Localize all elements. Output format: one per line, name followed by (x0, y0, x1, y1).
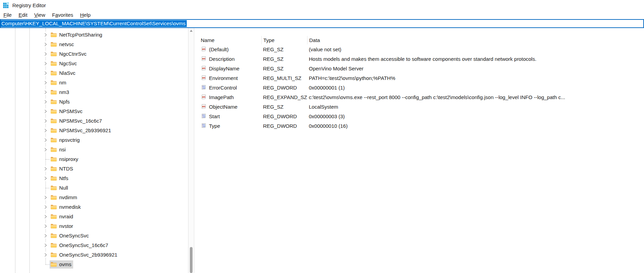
chevron-right-icon[interactable] (42, 147, 49, 153)
chevron-right-icon[interactable] (42, 118, 49, 124)
tree-item-body[interactable]: NPSMSvc (50, 107, 84, 115)
tree-item-body[interactable]: OneSyncSvc_2b9396921 (50, 251, 119, 259)
menu-item-favorites[interactable]: Favorites (49, 11, 77, 18)
chevron-right-icon[interactable] (42, 261, 49, 268)
tree-item-NTDS[interactable]: NTDS (0, 164, 188, 174)
column-header-data[interactable]: Data (307, 36, 644, 44)
chevron-right-icon[interactable] (42, 214, 49, 220)
main-split-view: NetTcpPortSharing netvsc (0, 28, 644, 273)
tree-item-body[interactable]: nvstor (50, 222, 75, 230)
registry-value-row[interactable]: ab 011 110 Type REG_DWORD 0x00000010 (16… (196, 121, 644, 131)
tree-item-body[interactable]: npsvctrig (50, 136, 81, 144)
tree-item-body[interactable]: nvraid (50, 213, 75, 221)
chevron-right-icon[interactable] (42, 242, 49, 248)
chevron-right-icon[interactable] (42, 108, 49, 114)
tree-item-body[interactable]: nvmedisk (50, 203, 82, 211)
tree-item-nsiproxy[interactable]: nsiproxy (0, 154, 188, 164)
menu-item-help[interactable]: Help (77, 11, 94, 18)
chevron-right-icon[interactable] (42, 127, 49, 134)
tree-item-body[interactable]: OneSyncSvc_16c6c7 (50, 241, 110, 249)
chevron-right-icon[interactable] (42, 70, 49, 76)
chevron-right-icon[interactable] (42, 32, 49, 38)
tree-item-nsi[interactable]: nsi (0, 145, 188, 154)
tree-item-ovms[interactable]: ovms (0, 260, 188, 269)
tree-item-body[interactable]: netvsc (50, 40, 76, 49)
tree-item-Ntfs[interactable]: Ntfs (0, 174, 188, 183)
tree-item-body[interactable]: NetTcpPortSharing (50, 31, 104, 39)
chevron-right-icon[interactable] (42, 156, 49, 162)
tree-item-nvstor[interactable]: nvstor (0, 221, 188, 231)
chevron-right-icon[interactable] (42, 233, 49, 239)
tree-item-nvraid[interactable]: nvraid (0, 212, 188, 221)
tree-scrollbar-thumb[interactable] (190, 247, 193, 273)
value-name: Description (209, 56, 235, 62)
tree-item-NPSMSvc_2b9396921[interactable]: NPSMSvc_2b9396921 (0, 126, 188, 135)
tree-item-NPSMSvc_16c6c7[interactable]: NPSMSvc_16c6c7 (0, 116, 188, 126)
chevron-right-icon[interactable] (42, 51, 49, 57)
tree-item-nvmedisk[interactable]: nvmedisk (0, 202, 188, 212)
tree-vertical-scrollbar[interactable] (188, 28, 194, 273)
registry-value-row[interactable]: ab 011 110 ErrorControl REG_DWORD 0x0000… (196, 83, 644, 92)
registry-value-row[interactable]: ab 011 110 ImagePath REG_EXPAND_SZ c:\te… (196, 92, 644, 102)
tree-item-OneSyncSvc[interactable]: OneSyncSvc (0, 231, 188, 241)
scrollbar-up-arrow-icon[interactable] (190, 30, 193, 32)
chevron-right-icon[interactable] (42, 252, 49, 258)
menu-item-edit[interactable]: Edit (15, 11, 31, 18)
chevron-right-icon[interactable] (42, 89, 49, 95)
tree-item-netvsc[interactable]: netvsc (0, 40, 188, 49)
chevron-right-icon[interactable] (42, 137, 49, 143)
chevron-right-icon[interactable] (42, 60, 49, 67)
chevron-right-icon[interactable] (42, 185, 49, 191)
tree-item-body[interactable]: nsiproxy (50, 155, 80, 163)
tree-item-body[interactable]: nm (50, 79, 68, 87)
tree-item-body[interactable]: Npfs (50, 98, 71, 106)
chevron-right-icon[interactable] (42, 175, 49, 181)
tree-item-Npfs[interactable]: Npfs (0, 97, 188, 107)
registry-value-row[interactable]: ab 011 110 Environment REG_MULTI_SZ PATH… (196, 73, 644, 83)
chevron-right-icon[interactable] (42, 166, 49, 172)
column-header-name[interactable]: Name (196, 36, 261, 44)
tree-item-body[interactable]: ovms (50, 260, 73, 269)
tree-item-body[interactable]: NgcSvc (50, 59, 79, 68)
tree-item-body[interactable]: Ntfs (50, 174, 70, 182)
tree-item-nm[interactable]: nm (0, 78, 188, 87)
column-header-type[interactable]: Type (261, 36, 307, 44)
string-value-icon: ab (201, 46, 207, 52)
tree-item-OneSyncSvc_16c6c7[interactable]: OneSyncSvc_16c6c7 (0, 241, 188, 250)
tree-item-body[interactable]: nm3 (50, 88, 71, 96)
chevron-right-icon[interactable] (42, 223, 49, 229)
registry-value-row[interactable]: ab 011 110 DisplayName REG_SZ OpenVino M… (196, 64, 644, 73)
chevron-right-icon[interactable] (42, 194, 49, 201)
tree-item-body[interactable]: NgcCtnrSvc (50, 50, 88, 58)
tree-item-OneSyncSvc_2b9396921[interactable]: OneSyncSvc_2b9396921 (0, 250, 188, 260)
chevron-right-icon[interactable] (42, 204, 49, 210)
tree-item-body[interactable]: NTDS (50, 165, 75, 173)
tree-item-body[interactable]: NlaSvc (50, 69, 77, 77)
tree-item-nm3[interactable]: nm3 (0, 87, 188, 97)
registry-value-row[interactable]: ab 011 110 ObjectName REG_SZ LocalSystem (196, 102, 644, 111)
tree-item-label: nvstor (59, 223, 73, 229)
tree-item-nvdimm[interactable]: nvdimm (0, 193, 188, 202)
tree-item-Null[interactable]: Null (0, 183, 188, 193)
tree-item-NetTcpPortSharing[interactable]: NetTcpPortSharing (0, 30, 188, 40)
chevron-right-icon[interactable] (42, 99, 49, 105)
tree-item-NgcSvc[interactable]: NgcSvc (0, 59, 188, 68)
registry-value-row[interactable]: ab 011 110 Start REG_DWORD 0x00000003 (3… (196, 111, 644, 121)
registry-value-row[interactable]: ab 011 110 (Default) REG_SZ (value not s… (196, 44, 644, 54)
tree-item-body[interactable]: nvdimm (50, 193, 79, 202)
menu-item-view[interactable]: View (31, 11, 49, 18)
tree-item-NlaSvc[interactable]: NlaSvc (0, 68, 188, 78)
tree-item-NgcCtnrSvc[interactable]: NgcCtnrSvc (0, 49, 188, 59)
tree-item-body[interactable]: OneSyncSvc (50, 232, 91, 240)
chevron-right-icon[interactable] (42, 80, 49, 86)
address-bar[interactable]: Computer\HKEY_LOCAL_MACHINE\SYSTEM\Curre… (0, 19, 644, 28)
tree-item-NPSMSvc[interactable]: NPSMSvc (0, 107, 188, 116)
registry-value-row[interactable]: ab 011 110 Description REG_SZ Hosts mode… (196, 54, 644, 64)
tree-item-body[interactable]: Null (50, 184, 70, 192)
tree-item-npsvctrig[interactable]: npsvctrig (0, 135, 188, 145)
chevron-right-icon[interactable] (42, 41, 49, 47)
tree-item-body[interactable]: NPSMSvc_2b9396921 (50, 126, 113, 135)
tree-item-body[interactable]: nsi (50, 146, 67, 154)
menu-item-file[interactable]: File (0, 11, 15, 18)
tree-item-body[interactable]: NPSMSvc_16c6c7 (50, 117, 104, 125)
